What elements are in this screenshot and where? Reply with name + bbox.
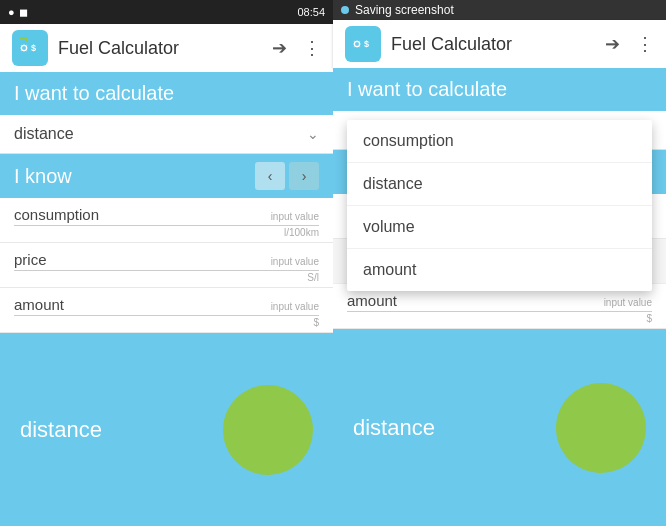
status-bar-left: ● ◼ 08:54 [0, 0, 333, 24]
dropdown-arrow-left: ⌄ [307, 126, 319, 142]
amount-unit-right: $ [347, 313, 652, 324]
price-label-left: price [14, 251, 47, 268]
more-icon-left[interactable]: ⋮ [303, 37, 321, 59]
svg-text:$: $ [31, 43, 36, 53]
status-icons-right: 08:54 [297, 6, 325, 18]
saving-dot [341, 6, 349, 14]
calc-footer-left: distance [0, 333, 333, 526]
amount-label-right: amount [347, 292, 397, 309]
app-title-left: Fuel Calculator [58, 38, 262, 59]
status-icons-left: ● ◼ [8, 6, 28, 19]
app-bar-right: $ Fuel Calculator ➔ ⋮ [333, 20, 666, 68]
time-display: 08:54 [297, 6, 325, 18]
svg-text:$: $ [364, 39, 369, 49]
consumption-hint-left: input value [271, 211, 319, 222]
saving-bar: Saving screenshot [333, 0, 666, 20]
amount-unit-left: $ [14, 317, 319, 328]
amount-hint-right: input value [604, 297, 652, 308]
app-bar-left: $ Fuel Calculator ➔ ⋮ [0, 24, 333, 72]
nav-next-left[interactable]: › [289, 162, 319, 190]
amount-underline-left[interactable] [14, 315, 319, 316]
nav-buttons-left: ‹ › [255, 162, 319, 190]
input-row-consumption-left: consumption input value l/100km [0, 198, 333, 243]
left-phone-panel: ● ◼ 08:54 $ Fuel Calculator ➔ ⋮ I want t… [0, 0, 333, 526]
nav-prev-left[interactable]: ‹ [255, 162, 285, 190]
input-row-amount-left: amount input value $ [0, 288, 333, 333]
consumption-unit-left: l/100km [14, 227, 319, 238]
i-know-header-left: I know ‹ › [0, 154, 333, 198]
amount-hint-left: input value [271, 301, 319, 312]
camera-icon: ● [8, 6, 15, 18]
dropdown-item-amount[interactable]: amount [347, 249, 652, 291]
consumption-label-left: consumption [14, 206, 99, 223]
app-bar-actions-left: ➔ ⋮ [272, 37, 321, 59]
calc-label-right[interactable]: distance [353, 415, 435, 441]
more-icon-right[interactable]: ⋮ [636, 33, 654, 55]
dropdown-item-volume[interactable]: volume [347, 206, 652, 249]
price-unit-left: S/l [14, 272, 319, 283]
saving-text: Saving screenshot [355, 3, 454, 17]
want-to-calculate-header-right: I want to calculate [333, 68, 666, 111]
calculate-dropdown-left[interactable]: distance ⌄ [0, 115, 333, 154]
app-title-right: Fuel Calculator [391, 34, 595, 55]
calc-label-left[interactable]: distance [20, 417, 102, 443]
price-hint-left: input value [271, 256, 319, 267]
svg-point-6 [355, 42, 359, 46]
dropdown-value-left: distance [14, 125, 74, 143]
amount-underline-right[interactable] [347, 311, 652, 312]
image-icon: ◼ [19, 6, 28, 19]
price-underline-left[interactable] [14, 270, 319, 271]
right-phone-panel: Saving screenshot $ Fuel Calculator ➔ ⋮ … [333, 0, 666, 526]
input-row-price-left: price input value S/l [0, 243, 333, 288]
consumption-underline-left[interactable] [14, 225, 319, 226]
amount-label-left: amount [14, 296, 64, 313]
share-icon-right[interactable]: ➔ [605, 33, 620, 55]
share-icon-left[interactable]: ➔ [272, 37, 287, 59]
calc-circle-right[interactable] [556, 383, 646, 473]
dropdown-item-consumption[interactable]: consumption [347, 120, 652, 163]
dropdown-menu-right: consumption distance volume amount [347, 120, 652, 291]
app-icon-left: $ [12, 30, 48, 66]
app-bar-actions-right: ➔ ⋮ [605, 33, 654, 55]
calc-circle-left[interactable] [223, 385, 313, 475]
dropdown-item-distance[interactable]: distance [347, 163, 652, 206]
svg-point-2 [22, 46, 26, 50]
app-icon-right: $ [345, 26, 381, 62]
calc-footer-right: distance [333, 329, 666, 526]
want-to-calculate-header-left: I want to calculate [0, 72, 333, 115]
